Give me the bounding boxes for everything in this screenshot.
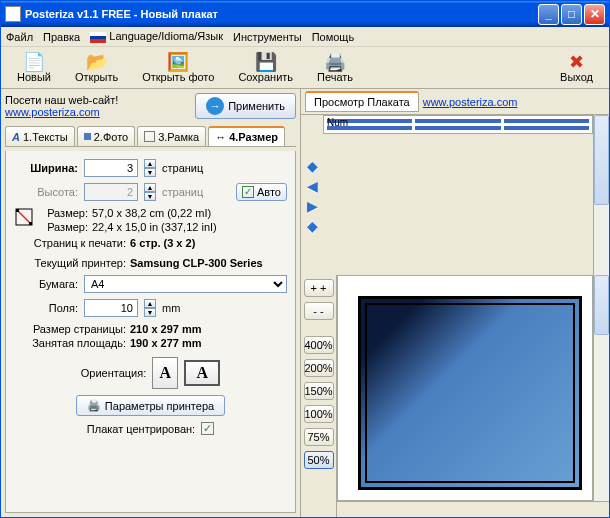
- toolbar-exit[interactable]: ✖Выход: [549, 50, 604, 86]
- left-tabs: A1.Тексты 2.Фото 3.Рамка ↔4.Размер: [5, 126, 296, 147]
- cur-printer-label: Текущий принтер:: [14, 257, 126, 269]
- centered-label: Плакат центрирован:: [87, 423, 195, 435]
- tab-preview[interactable]: Просмотр Плаката: [305, 91, 419, 112]
- menu-help[interactable]: Помощь: [312, 31, 355, 43]
- printer-params-button[interactable]: 🖨️ Параметры принтера: [76, 395, 225, 416]
- tab-size-content: Ширина: ▲▼ страниц Высота: ▲▼ страниц ✓А…: [5, 151, 296, 513]
- tab-website[interactable]: www.posteriza.com: [423, 96, 518, 108]
- thumb-grid: [323, 115, 593, 134]
- preview-canvas[interactable]: [337, 275, 593, 501]
- svg-rect-2: [29, 222, 32, 225]
- nav-right-icon[interactable]: ▶: [304, 198, 320, 212]
- thumbs-scrollbar[interactable]: [593, 115, 609, 275]
- visit-link[interactable]: www.posteriza.com: [5, 106, 100, 118]
- height-unit: страниц: [162, 186, 203, 198]
- nav-up-icon[interactable]: ◆: [304, 158, 320, 172]
- tab-frame[interactable]: 3.Рамка: [137, 126, 206, 146]
- left-panel: Посети наш web-сайт! www.posteriza.com →…: [1, 89, 300, 517]
- margins-unit: mm: [162, 302, 180, 314]
- paper-label: Бумага:: [14, 278, 78, 290]
- margins-label: Поля:: [14, 302, 78, 314]
- new-icon: 📄: [23, 53, 45, 71]
- preview-v-scrollbar[interactable]: [593, 275, 609, 501]
- orient-landscape[interactable]: A: [184, 360, 220, 386]
- nav-left-icon[interactable]: ◀: [304, 178, 320, 192]
- height-input: [84, 183, 138, 201]
- page-size-label: Размер страницы:: [14, 323, 126, 335]
- save-icon: 💾: [255, 53, 277, 71]
- width-spinner[interactable]: ▲▼: [144, 159, 156, 177]
- menu-file[interactable]: Файл: [6, 31, 33, 43]
- poster-frame: [358, 296, 582, 490]
- exit-icon: ✖: [569, 53, 584, 71]
- zoom-controls: + + - - 400% 200% 150% 100% 75% 50%: [301, 275, 337, 517]
- titlebar: Posteriza v1.1 FREE - Новый плакат _ □ ✕: [1, 1, 609, 27]
- maximize-button[interactable]: □: [561, 4, 582, 25]
- thumbnails-area: ◆ ◀ ▶ ◆ Num: [301, 115, 609, 275]
- height-spinner: ▲▼: [144, 183, 156, 201]
- preview-h-scrollbar[interactable]: [337, 501, 609, 517]
- num-label: Num: [327, 117, 348, 128]
- orient-label: Ориентация:: [81, 367, 147, 379]
- width-label: Ширина:: [14, 162, 78, 174]
- used-area: 190 x 277 mm: [130, 337, 202, 349]
- preview-area: + + - - 400% 200% 150% 100% 75% 50%: [301, 275, 609, 517]
- nav-down-icon[interactable]: ◆: [304, 218, 320, 232]
- zoom-150[interactable]: 150%: [304, 382, 334, 400]
- toolbar-print[interactable]: 🖨️Печать: [306, 50, 364, 86]
- window-title: Posteriza v1.1 FREE - Новый плакат: [25, 8, 218, 20]
- toolbar-open[interactable]: 📂Открыть: [64, 50, 129, 86]
- print-icon: 🖨️: [324, 53, 346, 71]
- visit-label: Посети наш web-сайт!: [5, 94, 118, 106]
- dimensions-icon: [14, 207, 34, 227]
- apply-button[interactable]: → Применить: [195, 93, 296, 119]
- centered-checkbox[interactable]: ✓: [201, 422, 214, 435]
- tab-photo[interactable]: 2.Фото: [77, 126, 135, 146]
- pages-to-print: 6 стр. (3 x 2): [130, 237, 195, 249]
- orient-portrait[interactable]: A: [152, 357, 178, 389]
- minimize-button[interactable]: _: [538, 4, 559, 25]
- cur-printer: Samsung CLP-300 Series: [130, 257, 263, 269]
- toolbar: 📄Новый 📂Открыть 🖼️Открыть фото 💾Сохранит…: [1, 47, 609, 89]
- thumb-nav: ◆ ◀ ▶ ◆: [301, 115, 323, 275]
- thumb-tile[interactable]: [415, 126, 500, 130]
- app-body: Посети наш web-сайт! www.posteriza.com →…: [1, 89, 609, 517]
- svg-rect-1: [16, 209, 19, 212]
- toolbar-new[interactable]: 📄Новый: [6, 50, 62, 86]
- width-input[interactable]: [84, 159, 138, 177]
- tab-texts[interactable]: A1.Тексты: [5, 126, 75, 146]
- thumb-tile[interactable]: [504, 126, 589, 130]
- app-window: Posteriza v1.1 FREE - Новый плакат _ □ ✕…: [0, 0, 610, 518]
- thumb-tile[interactable]: [504, 119, 589, 123]
- margins-input[interactable]: [84, 299, 138, 317]
- auto-button[interactable]: ✓Авто: [236, 183, 287, 201]
- menubar: Файл Правка Language/Idioma/Язык Инструм…: [1, 27, 609, 47]
- thumb-tile[interactable]: [415, 119, 500, 123]
- apply-icon: →: [206, 97, 224, 115]
- flag-icon: [90, 32, 106, 43]
- right-panel: Просмотр Плаката www.posteriza.com ◆ ◀ ▶…: [300, 89, 609, 517]
- zoom-100[interactable]: 100%: [304, 405, 334, 423]
- printer-icon: 🖨️: [87, 399, 101, 412]
- close-button[interactable]: ✕: [584, 4, 605, 25]
- menu-edit[interactable]: Правка: [43, 31, 80, 43]
- zoom-in-button[interactable]: + +: [304, 279, 334, 297]
- app-icon: [5, 6, 21, 22]
- zoom-out-button[interactable]: - -: [304, 302, 334, 320]
- zoom-400[interactable]: 400%: [304, 336, 334, 354]
- paper-select[interactable]: A4: [84, 275, 287, 293]
- pages-to-print-label: Страниц к печати:: [14, 237, 126, 249]
- zoom-200[interactable]: 200%: [304, 359, 334, 377]
- toolbar-open-photo[interactable]: 🖼️Открыть фото: [131, 50, 225, 86]
- open-icon: 📂: [86, 53, 108, 71]
- width-unit: страниц: [162, 162, 203, 174]
- page-size: 210 x 297 mm: [130, 323, 202, 335]
- menu-tools[interactable]: Инструменты: [233, 31, 302, 43]
- toolbar-save[interactable]: 💾Сохранить: [227, 50, 304, 86]
- zoom-75[interactable]: 75%: [304, 428, 334, 446]
- tab-size[interactable]: ↔4.Размер: [208, 126, 285, 146]
- zoom-50[interactable]: 50%: [304, 451, 334, 469]
- margins-spinner[interactable]: ▲▼: [144, 299, 156, 317]
- height-label: Высота:: [14, 186, 78, 198]
- menu-language[interactable]: Language/Idioma/Язык: [90, 30, 223, 43]
